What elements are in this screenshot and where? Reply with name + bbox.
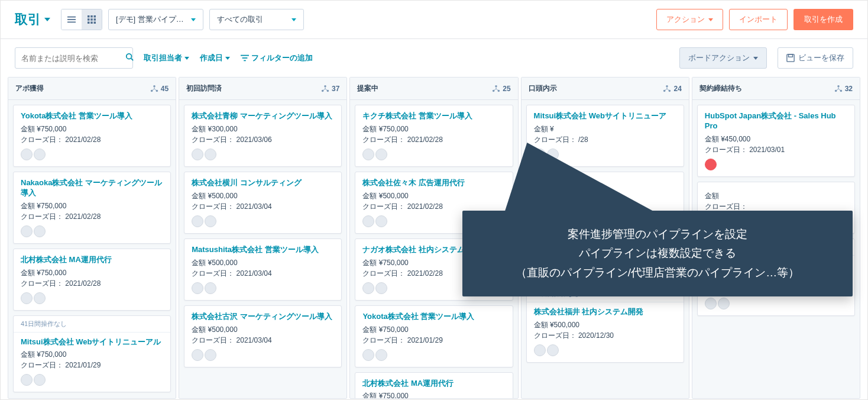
deal-close-date: クローズ日： 2021/02/28 [21,211,163,222]
save-icon [786,54,795,62]
board-view-button[interactable] [82,9,102,30]
import-button[interactable]: インポート [729,9,788,30]
deal-avatars [21,374,163,386]
deal-card[interactable]: Nakaoka株式会社 マーケティングツール導入金額 ¥750,000クローズ日… [13,172,171,244]
search-box[interactable] [15,47,133,69]
save-view-label: ビューを保存 [798,53,844,63]
svg-point-28 [666,85,669,87]
chevron-down-icon [708,18,713,21]
avatar [192,215,203,227]
deal-title[interactable]: HubSpot Japan株式会社 - Sales Hub Pro [705,111,847,131]
deal-card[interactable]: Yokota株式会社 営業ツール導入金額 ¥750,000クローズ日： 2021… [13,105,171,167]
create-deal-button[interactable]: 取引を作成 [793,9,853,30]
deal-title[interactable]: Yokota株式会社 営業ツール導入 [362,312,505,322]
search-icon[interactable] [125,53,134,63]
save-view-button[interactable]: ビューを保存 [778,47,853,69]
deal-title[interactable]: Mitsui株式会社 Webサイトリニューア [534,111,676,121]
svg-rect-15 [242,57,248,59]
deal-avatars [21,149,163,160]
deal-card[interactable]: 41日間操作なしMitsui株式会社 Webサイトリニューアル金額 ¥750,0… [13,315,171,393]
avatar [362,149,374,160]
deal-title[interactable]: 北村株式会社 MA運用代行 [21,255,163,265]
deal-avatars [705,298,847,309]
deal-title[interactable]: 株式会社横川 コンサルティング [192,178,334,188]
svg-rect-10 [90,22,93,24]
deal-amount: 金額 ¥750,000 [21,267,163,278]
deal-title[interactable]: Matsushita株式会社 営業ツール導入 [192,245,334,255]
deal-title[interactable]: 株式会社古沢 マーケティングツール導入 [192,312,334,322]
deal-card[interactable]: Matsushita株式会社 営業ツール導入金額 ¥500,000クローズ日： … [184,238,342,301]
deal-card[interactable]: Yokota株式会社 営業ツール導入金額 ¥750,000クローズ日： 2021… [355,305,513,367]
deal-card[interactable]: 北村株式会社 MA運用代行金額 ¥750,000クローズ日： 2021/01/2… [355,372,513,398]
deal-avatars [21,292,163,304]
page-title-dropdown[interactable]: 取引 [15,11,50,28]
pipeline-column: 初回訪問済 37株式会社青柳 マーケティングツール導入金額 ¥300,000クロ… [179,77,347,399]
deal-filter-label: すべての取引 [217,14,263,25]
deal-avatars [21,225,163,237]
deal-card[interactable]: 北村株式会社 MA運用代行金額 ¥750,000クローズ日： 2021/02/2… [13,249,171,311]
avatar-badge [705,159,717,170]
deal-title[interactable]: Mitsui株式会社 Webサイトリニューアル [21,337,163,347]
list-view-button[interactable] [61,9,82,30]
chevron-down-icon [184,57,189,60]
deal-amount: 金額 ¥750,000 [362,391,505,398]
pipeline-selector[interactable]: [デモ] 営業パイプ… [108,9,203,30]
deal-filter-selector[interactable]: すべての取引 [209,9,304,30]
deal-amount: 金額 ¥750,000 [21,349,163,360]
deal-title[interactable]: 株式会社福井 社内システム開発 [534,307,676,317]
avatar [21,149,33,160]
svg-rect-0 [67,17,76,18]
deal-title[interactable]: 株式会社青柳 マーケティングツール導入 [192,111,334,121]
org-icon [150,85,158,93]
create-deal-label: 取引を作成 [804,15,843,24]
deal-card[interactable]: 71日間操作なし株式会社福井 社内システム開発金額 ¥500,000クローズ日：… [526,285,684,363]
owner-filter-label: 取引担当者 [144,53,182,63]
import-label: インポート [739,14,778,25]
column-name: 口頭内示 [529,83,557,93]
deal-title[interactable]: キクチ株式会社 営業ツール導入 [362,111,505,121]
grid-icon [88,15,96,24]
avatar [21,225,33,237]
deal-amount: 金額 ¥750,000 [362,124,505,134]
column-body[interactable]: 株式会社青柳 マーケティングツール導入金額 ¥300,000クローズ日： 202… [179,100,346,372]
svg-rect-3 [88,15,90,18]
deal-title[interactable]: 株式会社佐々木 広告運用代行 [362,178,505,188]
org-icon [321,85,329,93]
deal-close-date: クローズ日： 2020/12/30 [534,330,676,341]
deal-avatars [705,159,847,170]
deal-card[interactable]: キクチ株式会社 営業ツール導入金額 ¥750,000クローズ日： 2021/02… [355,105,513,167]
deal-card[interactable]: 株式会社横川 コンサルティング金額 ¥500,000クローズ日： 2021/03… [184,172,342,234]
callout-line: （直販のパイプライン/代理店営業のパイプライン…等） [479,263,836,282]
pipeline-selector-label: [デモ] 営業パイプ… [116,14,184,25]
avatar [375,282,387,294]
annotation-callout: 案件進捗管理のパイプラインを設定 パイプラインは複数設定できる （直販のパイプラ… [462,211,853,296]
created-date-filter[interactable]: 作成日 [200,53,230,63]
column-header: 口頭内示 24 [522,78,689,100]
deal-card[interactable]: 株式会社古沢 マーケティングツール導入金額 ¥500,000クローズ日： 202… [184,305,342,367]
column-name: 初回訪問済 [186,83,222,93]
actions-button[interactable]: アクション [656,9,723,30]
board-actions-button[interactable]: ボードアクション [679,47,767,69]
column-body[interactable]: Yokota株式会社 営業ツール導入金額 ¥750,000クローズ日： 2021… [8,100,176,397]
owner-filter[interactable]: 取引担当者 [144,53,189,63]
add-filter-button[interactable]: フィルターの追加 [241,53,313,63]
actions-label: アクション [666,14,705,25]
deal-title[interactable]: Yokota株式会社 営業ツール導入 [21,111,163,121]
deal-close-date: クローズ日： 2021/03/01 [705,144,847,155]
deal-close-date: クローズ日： 2021/01/29 [21,360,163,370]
deal-close-date: クローズ日： 2021/03/04 [192,335,334,346]
deal-amount: 金額 ¥500,000 [192,257,334,268]
org-icon [834,85,843,93]
avatar [205,149,216,160]
avatar [21,374,33,386]
deal-card[interactable]: HubSpot Japan株式会社 - Sales Hub Pro金額 ¥450… [697,105,855,177]
deal-card[interactable]: 株式会社青柳 マーケティングツール導入金額 ¥300,000クローズ日： 202… [184,105,342,167]
avatar [362,215,374,227]
deal-close-date: クローズ日： 2021/02/28 [21,278,163,289]
deal-title[interactable]: Nakaoka株式会社 マーケティングツール導入 [21,178,163,198]
avatar [375,349,387,361]
search-input[interactable] [21,54,121,63]
callout-line: 案件進捗管理のパイプラインを設定 [479,225,836,244]
svg-point-12 [127,54,132,59]
deal-title[interactable]: 北村株式会社 MA運用代行 [362,379,505,389]
